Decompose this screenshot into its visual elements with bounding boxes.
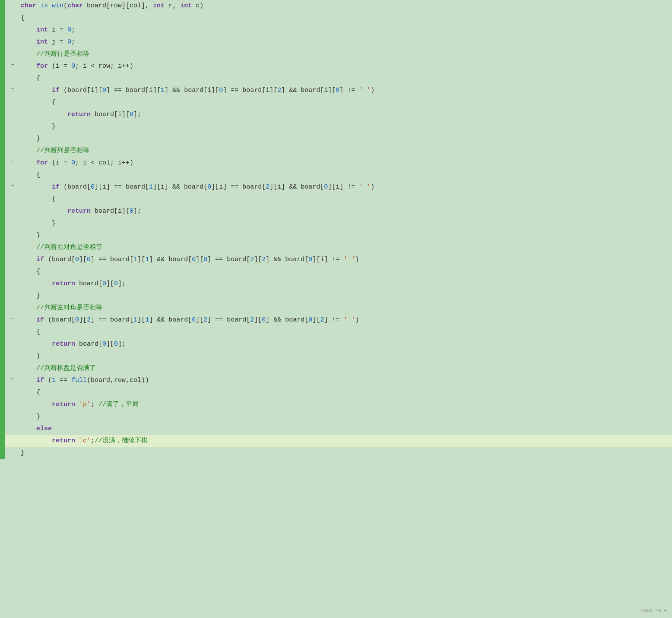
- plain-token: ): [371, 87, 374, 94]
- kw-token: for: [36, 63, 48, 70]
- fold-button[interactable]: −: [11, 61, 14, 69]
- code-line: return board[0][0];: [0, 338, 672, 350]
- fold-gutter[interactable]: −: [6, 375, 19, 383]
- plain-token: ][: [79, 316, 87, 324]
- plain-token: ): [355, 316, 359, 324]
- line-gutter: [0, 254, 5, 266]
- num-token: 2: [262, 256, 266, 263]
- num-token: 0: [87, 256, 91, 263]
- plain-token: ): [355, 256, 359, 263]
- fold-gutter[interactable]: −: [6, 60, 19, 69]
- plain-token: ][: [106, 280, 114, 287]
- fold-gutter[interactable]: −: [6, 85, 19, 93]
- line-content: if (board[0][2] == board[1][1] && board[…: [19, 314, 672, 326]
- fold-gutter: [6, 193, 19, 194]
- fold-gutter[interactable]: −: [6, 314, 19, 322]
- kw-token: if: [52, 183, 60, 191]
- kw-token: else: [36, 425, 52, 432]
- plain-token: i =: [48, 26, 67, 34]
- fold-gutter: [6, 363, 19, 363]
- plain-token: ][i] && board[: [153, 183, 207, 191]
- line-content: //判断列是否相等: [19, 145, 672, 157]
- line-gutter: [0, 97, 5, 109]
- num-token: 0: [114, 280, 118, 287]
- fold-gutter[interactable]: −: [6, 254, 19, 262]
- code-line: int i = 0;: [0, 24, 672, 36]
- line-gutter: [0, 230, 5, 242]
- plain-token: }: [36, 353, 40, 360]
- plain-token: board[row][col],: [83, 2, 153, 9]
- line-gutter: [0, 399, 5, 411]
- line-content: {: [19, 387, 672, 398]
- fold-button[interactable]: −: [11, 1, 14, 8]
- plain-token: ] == board[: [207, 316, 250, 324]
- plain-token: ][i] !=: [312, 256, 343, 263]
- fold-button[interactable]: −: [11, 315, 14, 322]
- str-token: ' ': [359, 183, 371, 191]
- code-line: {: [0, 387, 672, 399]
- plain-token: }: [36, 413, 40, 420]
- plain-token: [75, 437, 79, 445]
- line-content: int j = 0;: [19, 36, 672, 48]
- fold-button[interactable]: −: [11, 158, 14, 165]
- fold-gutter[interactable]: −: [6, 0, 19, 8]
- plain-token: }: [52, 220, 56, 227]
- kw-token: char: [21, 2, 36, 9]
- plain-token: [36, 2, 40, 9]
- plain-token: ; i < row; i++): [75, 63, 133, 70]
- fold-gutter: [6, 447, 19, 448]
- code-line: //判断棋盘是否满了: [0, 363, 672, 375]
- line-gutter: [0, 363, 5, 375]
- line-gutter: [0, 350, 5, 363]
- plain-token: (board[i][: [60, 87, 102, 94]
- plain-token: (board,row,col)): [87, 377, 149, 384]
- fold-button[interactable]: −: [11, 182, 14, 189]
- line-gutter: [0, 205, 5, 218]
- code-line: }: [0, 121, 672, 133]
- code-line: //判断列是否相等: [0, 145, 672, 157]
- cm-token: //判断列是否相等: [36, 147, 89, 154]
- line-content: char is_win(char board[row][col], int r,…: [19, 0, 672, 12]
- kw-token: if: [52, 87, 60, 94]
- plain-token: {: [36, 328, 40, 336]
- plain-token: ] && board[: [149, 316, 192, 324]
- plain-token: c): [192, 2, 203, 9]
- fold-gutter[interactable]: −: [6, 157, 19, 165]
- plain-token: ): [371, 183, 374, 191]
- line-content: if (board[0][i] == board[1][i] && board[…: [19, 181, 672, 193]
- cm-token: //没满，继续下棋: [95, 437, 148, 445]
- str-token: ' ': [343, 256, 355, 263]
- fold-button[interactable]: −: [11, 85, 14, 93]
- num-token: 0: [219, 87, 223, 94]
- line-content: {: [19, 266, 672, 277]
- fold-gutter: [6, 326, 19, 327]
- fold-button[interactable]: −: [11, 255, 14, 262]
- line-content: return board[i][0];: [19, 205, 672, 217]
- num-token: 2: [203, 316, 207, 324]
- plain-token: {: [36, 171, 40, 179]
- line-gutter: [0, 266, 5, 278]
- kw-token: int: [180, 2, 192, 9]
- line-content: }: [19, 447, 672, 459]
- fold-gutter[interactable]: −: [6, 181, 19, 189]
- plain-token: board[: [75, 341, 102, 348]
- num-token: 0: [336, 87, 339, 94]
- fold-gutter: [6, 242, 19, 243]
- kw-token: if: [36, 316, 44, 324]
- line-gutter: [0, 48, 5, 60]
- line-gutter: [0, 218, 5, 230]
- code-line: //判断左对角是否相等: [0, 302, 672, 314]
- fold-gutter: [6, 24, 19, 25]
- line-gutter: [0, 435, 5, 447]
- num-token: 1: [161, 87, 165, 94]
- line-gutter: [0, 447, 5, 459]
- plain-token: (board[: [44, 316, 75, 324]
- fold-button[interactable]: −: [11, 375, 14, 383]
- code-line: int j = 0;: [0, 36, 672, 48]
- line-content: {: [19, 73, 672, 84]
- line-gutter: [0, 411, 5, 423]
- num-token: 0: [130, 111, 133, 118]
- code-line: return 'c';//没满，继续下棋: [0, 435, 672, 447]
- num-token: 0: [71, 159, 75, 167]
- plain-token: }: [36, 135, 40, 142]
